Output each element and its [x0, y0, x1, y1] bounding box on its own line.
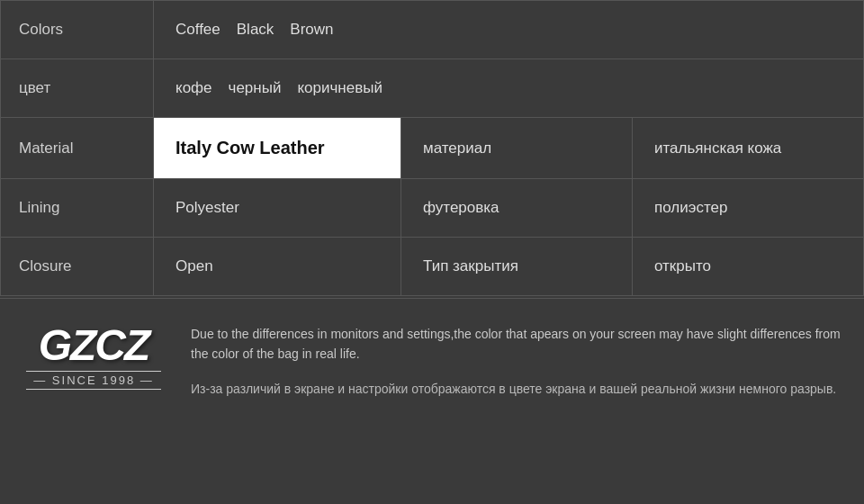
value-closure-label-ru: Тип закрытия	[401, 238, 633, 295]
table-row-material: Material Italy Cow Leather материал итал…	[1, 118, 863, 179]
value-colors-en: Coffee Black Brown	[154, 1, 863, 58]
product-table: Colors Coffee Black Brown цвет кофе черн…	[0, 0, 864, 296]
label-material: Material	[1, 118, 154, 178]
disclaimer-english: Due to the differences in monitors and s…	[191, 324, 842, 364]
label-lining: Lining	[1, 179, 154, 237]
value-material-en: Italy Cow Leather	[154, 118, 401, 178]
table-row-closure: Closure Open Тип закрытия открыто	[1, 238, 863, 296]
table-row-colors-ru: цвет кофе черный коричневый	[1, 59, 863, 118]
disclaimer-area: Due to the differences in monitors and s…	[191, 324, 842, 399]
value-material-label-ru: материал	[401, 118, 633, 178]
label-colors: Colors	[1, 1, 154, 58]
footer-section: GZCZ — SINCE 1998 — Due to the differenc…	[0, 298, 864, 424]
logo-since: — SINCE 1998 —	[26, 371, 161, 390]
label-closure: Closure	[1, 238, 154, 295]
value-colors-ru: кофе черный коричневый	[154, 59, 863, 117]
value-closure-en: Open	[154, 238, 401, 295]
value-lining-ru: полиэстер	[633, 179, 863, 237]
value-lining-en: Polyester	[154, 179, 401, 237]
main-container: Colors Coffee Black Brown цвет кофе черн…	[0, 0, 864, 504]
value-material-ru: итальянская кожа	[633, 118, 863, 178]
disclaimer-russian: Из-за различий в экране и настройки отоб…	[191, 379, 842, 399]
table-row-colors-en: Colors Coffee Black Brown	[1, 0, 863, 59]
brand-logo: GZCZ — SINCE 1998 —	[22, 324, 166, 390]
label-color-ru: цвет	[1, 59, 154, 117]
value-lining-label-ru: футеровка	[401, 179, 633, 237]
table-row-lining: Lining Polyester футеровка полиэстер	[1, 179, 863, 238]
value-closure-ru: открыто	[633, 238, 863, 295]
logo-text: GZCZ	[39, 324, 149, 367]
